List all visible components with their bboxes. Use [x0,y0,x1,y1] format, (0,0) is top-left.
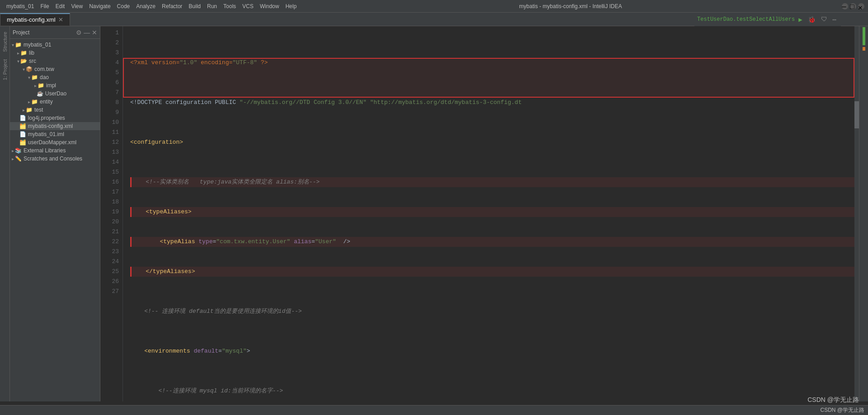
tree-label: src [29,58,36,64]
left-panel-tabs: Structure 1: Project [0,26,10,401]
tree-label: External Libraries [24,147,66,154]
tree-label: lib [29,50,34,56]
tree-label: mybatis_01.iml [28,131,64,137]
tree-src[interactable]: ▾ 📂 src [10,57,100,65]
package-icon: 📦 [26,66,33,72]
menu-refactor[interactable]: Refactor [159,3,185,9]
project-panel-title: Project [13,29,29,36]
tree-label: entity [40,99,53,105]
xml-icon: 🗂️ [19,123,26,129]
tree-log4j[interactable]: 📄 log4j.properties [10,114,100,122]
tree-mybatis-config[interactable]: 🗂️ mybatis-config.xml [10,122,100,130]
tree-label: Scratches and Consoles [24,156,82,162]
menu-edit[interactable]: Edit [53,3,68,9]
project-tree: ▾ 📁 mybatis_01 ▸ 📁 lib ▾ 📂 src ▾ 📦 com.t… [10,39,100,401]
debug-button[interactable]: 🐞 [806,15,817,24]
status-right: CSDN @学无止路 [820,406,864,414]
tab-close-icon[interactable]: ✕ [58,16,63,23]
run-config-label: TestUserDao.testSelectAllUsers [697,16,795,23]
menu-view[interactable]: View [68,3,85,9]
arrow-icon: ▾ [17,59,19,64]
menu-analyze[interactable]: Analyze [133,3,158,9]
arrow-icon [34,91,36,96]
tree-userdao[interactable]: ☕ UserDao [10,90,100,98]
tree-label: test [34,107,43,113]
tree-dao[interactable]: ▾ 📁 dao [10,73,100,81]
error-stripe [863,27,865,45]
tree-external-libraries[interactable]: ▸ 📚 External Libraries [10,146,100,155]
tree-test[interactable]: ▸ 📁 test [10,106,100,114]
tab-mybatis-config[interactable]: mybatis-config.xml ✕ [0,13,70,26]
arrow-icon [17,140,19,145]
right-gutter [859,26,868,401]
arrow-icon: ▸ [23,108,25,113]
file-icon: 📄 [19,131,26,137]
minimize-button[interactable]: ─ [842,3,848,9]
code-line-3: <configuration> [130,137,859,147]
arrow-icon: ▸ [12,148,14,153]
menu-mybatis[interactable]: mybatis_01 [4,3,37,9]
tab-label-mybatis-config: mybatis-config.xml [7,16,56,23]
arrow-icon: ▾ [28,75,30,80]
close-panel-icon[interactable]: ✕ [92,29,97,36]
line-numbers: 1 2 3 4 5 6 7 8 9 10 11 12 13 14 15 16 1… [100,26,123,401]
folder-icon: 📂 [20,58,27,64]
tree-entity[interactable]: ▸ 📁 entity [10,98,100,106]
tree-label: UserDao [45,90,66,97]
status-bar: CSDN @学无止路 [0,405,868,415]
structure-tab[interactable]: Structure [1,28,9,56]
menu-run[interactable]: Run [204,3,220,9]
close-button[interactable]: ✕ [858,3,864,9]
maximize-button[interactable]: □ [850,3,856,9]
editor-area: 1 2 3 4 5 6 7 8 9 10 11 12 13 14 15 16 1… [100,26,859,401]
menu-file[interactable]: File [38,3,52,9]
tree-com-txw[interactable]: ▾ 📦 com.txw [10,65,100,73]
watermark-text: CSDN @学无止路 [807,396,859,403]
menu-tools[interactable]: Tools [221,3,239,9]
menu-vcs[interactable]: VCS [240,3,256,9]
window-controls[interactable]: ─ □ ✕ [842,3,864,9]
menu-help[interactable]: Help [283,3,299,9]
watermark: CSDN @学无止路 [807,396,859,404]
tree-mybatis-iml[interactable]: 📄 mybatis_01.iml [10,130,100,138]
code-line-8: <!-- 连接环境 default当的是要使用连接环境的id值--> [130,307,859,316]
code-editor[interactable]: <?xml version="1.0" encoding="UTF-8" ?> … [123,26,859,401]
tree-userdaomapper[interactable]: 🗂️ userDaoMapper.xml [10,138,100,146]
tree-scratches[interactable]: ▸ ✏️ Scratches and Consoles [10,155,100,163]
run-button[interactable]: ▶ [797,15,804,24]
menu-window[interactable]: Window [257,3,282,9]
collapse-icon[interactable]: — [84,29,90,36]
code-line-1: <?xml version="1.0" encoding="UTF-8" ?> [130,58,859,68]
code-container[interactable]: 1 2 3 4 5 6 7 8 9 10 11 12 13 14 15 16 1… [100,26,859,401]
coverage-button[interactable]: 🛡 [819,15,829,24]
project-tab[interactable]: 1: Project [1,56,9,84]
folder-icon: 📁 [31,74,38,80]
run-controls: TestUserDao.testSelectAllUsers ▶ 🐞 🛡 ⋯ [694,13,841,26]
main-layout: Structure 1: Project Project ⚙ — ✕ ▾ 📁 m… [0,26,868,401]
code-line-6: <typeAlias type="com.txw.entity.User" al… [130,237,859,247]
folder-icon: 📁 [31,99,38,105]
tree-label: dao [40,74,49,80]
more-run-button[interactable]: ⋯ [831,15,838,24]
tree-label: log4j.properties [28,115,65,121]
menu-navigate[interactable]: Navigate [86,3,113,9]
scrollbar-thumb[interactable] [854,101,859,128]
code-line-5: <typeAliases> [130,207,859,217]
arrow-icon: ▾ [23,67,25,72]
tree-lib[interactable]: ▸ 📁 lib [10,49,100,57]
code-line-9: <environments default="mysql"> [130,346,859,356]
folder-icon: 📁 [15,42,22,48]
menu-code[interactable]: Code [114,3,133,9]
menu-bar[interactable]: mybatis_01 File Edit View Navigate Code … [4,3,299,9]
menu-build[interactable]: Build [186,3,203,9]
tree-label: impl [46,82,56,89]
code-line-10: <!--连接环境 mysql id:当前环境的名字--> [130,386,859,396]
tree-root-path[interactable]: ▾ 📁 mybatis_01 [10,41,100,49]
tree-label: com.txw [34,66,54,72]
arrow-icon: ▸ [34,83,37,88]
gear-icon[interactable]: ⚙ [76,29,82,36]
arrow-icon: ▸ [12,156,14,161]
vertical-scrollbar[interactable] [854,26,859,401]
tree-impl[interactable]: ▸ 📁 impl [10,81,100,90]
arrow-icon [17,124,19,129]
